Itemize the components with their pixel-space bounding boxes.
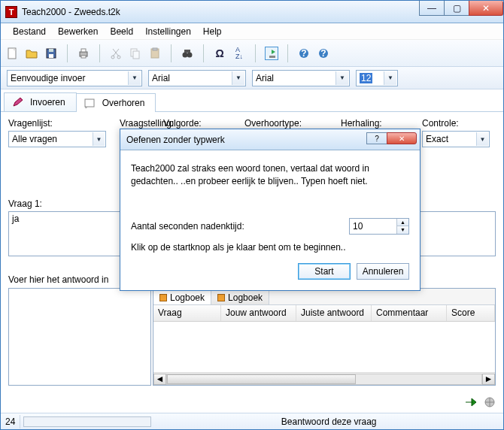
- menu-help[interactable]: Help: [199, 25, 226, 38]
- minimize-button[interactable]: —: [419, 1, 445, 16]
- binoculars-icon[interactable]: [181, 47, 194, 60]
- sort-az-icon[interactable]: AZ↓: [232, 47, 246, 60]
- font2-select[interactable]: Arial ▼: [252, 70, 350, 86]
- font1-value: Arial: [152, 73, 170, 83]
- seconds-label: Aantal seconden nadenktijd:: [131, 221, 342, 232]
- scroll-right-icon[interactable]: ►: [482, 374, 495, 385]
- tab-overhoren[interactable]: Overhoren: [76, 93, 156, 112]
- selectors-bar: Eenvoudige invoer ▼ Arial ▼ Arial ▼ 12 ▼: [1, 67, 503, 89]
- scroll-left-icon[interactable]: ◄: [153, 374, 166, 385]
- chevron-down-icon: ▼: [128, 71, 141, 85]
- log-col-juiste[interactable]: Juiste antwoord: [296, 305, 372, 321]
- log-col-comm[interactable]: Commentaar: [372, 305, 447, 321]
- font2-value: Arial: [256, 73, 274, 83]
- mode-select-value: Eenvoudige invoer: [11, 73, 85, 83]
- dialog-help-button[interactable]: ?: [366, 132, 387, 144]
- mode-select[interactable]: Eenvoudige invoer ▼: [7, 70, 142, 86]
- svg-rect-21: [85, 99, 94, 107]
- square-icon: [159, 294, 167, 301]
- dialog-intro-text: Teach2000 zal straks een woord tonen, ve…: [131, 162, 409, 188]
- fontsize-value: 12: [360, 73, 372, 83]
- titlebar: T Teach2000 - Zweeds.t2k — ▢ ✕: [1, 1, 503, 23]
- chevron-down-icon: ▼: [93, 132, 105, 146]
- menu-bestand[interactable]: Bestand: [8, 25, 50, 38]
- copy-icon[interactable]: [129, 47, 142, 60]
- dialog-titlebar: Oefenen zonder typwerk ? ✕: [120, 129, 420, 150]
- quiz-icon: [84, 98, 96, 108]
- svg-rect-5: [81, 49, 86, 52]
- log-hscrollbar[interactable]: ◄ ►: [153, 372, 495, 385]
- app-icon: T: [5, 6, 17, 18]
- svg-rect-12: [153, 48, 157, 50]
- chevron-down-icon: ▼: [335, 71, 348, 85]
- svg-rect-3: [49, 49, 53, 52]
- help-icon[interactable]: ?: [317, 47, 330, 60]
- tab-invoeren[interactable]: Invoeren: [4, 92, 77, 111]
- dialog-title: Oefenen zonder typwerk: [126, 135, 225, 145]
- tip-icon[interactable]: ?: [297, 47, 311, 60]
- app-window: T Teach2000 - Zweeds.t2k — ▢ ✕ Bestand B…: [0, 0, 504, 430]
- svg-text:?: ?: [301, 48, 306, 59]
- fontsize-select[interactable]: 12 ▼: [356, 70, 398, 86]
- square-icon: [217, 294, 225, 301]
- log-col-vraag[interactable]: Vraag: [153, 305, 221, 321]
- log-col-jouw[interactable]: Jouw antwoord: [221, 305, 296, 321]
- dialog-close-button[interactable]: ✕: [387, 132, 417, 144]
- cut-icon[interactable]: [109, 47, 123, 60]
- svg-rect-16: [269, 56, 275, 58]
- log-panel: Logboek Logboek Vraag Jouw antwoord Juis…: [153, 288, 496, 386]
- pencil-icon: [12, 97, 24, 108]
- maximize-button[interactable]: ▢: [444, 1, 469, 16]
- menu-bewerken[interactable]: Bewerken: [53, 25, 102, 38]
- print-icon[interactable]: [77, 47, 90, 60]
- menu-beeld[interactable]: Beeld: [105, 25, 138, 38]
- question-value: ja: [12, 213, 19, 224]
- spin-up-icon[interactable]: ▲: [396, 219, 408, 227]
- chevron-down-icon: ▼: [232, 71, 244, 85]
- main-tabs: Invoeren Overhoren: [1, 89, 503, 112]
- svg-text:?: ?: [320, 48, 326, 59]
- vragenlijst-select[interactable]: Alle vragen ▼: [8, 131, 106, 147]
- herhaling-label: Herhaling:: [341, 118, 408, 129]
- statusbar: 24 Beantwoord deze vraag: [1, 413, 503, 429]
- status-message: Beantwoord deze vraag: [154, 416, 503, 427]
- status-count: 24: [1, 415, 20, 428]
- save-icon[interactable]: [44, 47, 58, 60]
- open-folder-icon[interactable]: [25, 47, 38, 60]
- svg-rect-6: [81, 56, 86, 58]
- seconds-spinner[interactable]: ▲ ▼: [349, 218, 409, 235]
- spin-down-icon[interactable]: ▼: [396, 226, 408, 234]
- font1-select[interactable]: Arial ▼: [148, 70, 246, 86]
- close-button[interactable]: ✕: [469, 1, 503, 16]
- seconds-input[interactable]: [350, 221, 393, 232]
- log-table: Vraag Jouw antwoord Juiste antwoord Comm…: [153, 305, 495, 385]
- answer-input[interactable]: [8, 288, 151, 386]
- logboek-tab-1[interactable]: Logboek: [153, 289, 211, 304]
- cancel-button[interactable]: Annuleren: [357, 263, 409, 280]
- controle-label: Controle:: [422, 118, 490, 129]
- vraagstelling-label: Vraagstelling:: [120, 118, 150, 129]
- menu-instellingen[interactable]: Instellingen: [141, 25, 196, 38]
- chevron-down-icon: ▼: [476, 132, 488, 146]
- svg-rect-10: [133, 51, 139, 59]
- note-icon[interactable]: [265, 47, 278, 60]
- controle-select[interactable]: Exact ▼: [422, 131, 490, 147]
- globe-icon[interactable]: [484, 396, 496, 408]
- svg-rect-15: [184, 50, 190, 53]
- svg-point-14: [187, 52, 193, 57]
- start-button[interactable]: Start: [298, 263, 351, 280]
- dialog-hint-text: Klik op de startknop als je klaar bent o…: [131, 242, 409, 253]
- overhoortype-label: Overhoortype:: [244, 118, 327, 129]
- vragenlijst-label: Vragenlijst:: [8, 118, 106, 129]
- volgorde-label: Volgorde:: [163, 118, 231, 129]
- status-progress: [23, 416, 151, 427]
- paste-icon[interactable]: [148, 47, 162, 60]
- vragenlijst-value: Alle vragen: [12, 134, 57, 144]
- log-col-score[interactable]: Score: [447, 305, 495, 321]
- omega-icon[interactable]: Ω: [213, 47, 226, 60]
- new-document-icon[interactable]: [5, 47, 19, 60]
- forward-arrow-icon[interactable]: [464, 396, 479, 408]
- logboek-tab-2[interactable]: Logboek: [211, 289, 269, 304]
- chevron-down-icon: ▼: [384, 71, 396, 85]
- svg-rect-2: [49, 54, 53, 58]
